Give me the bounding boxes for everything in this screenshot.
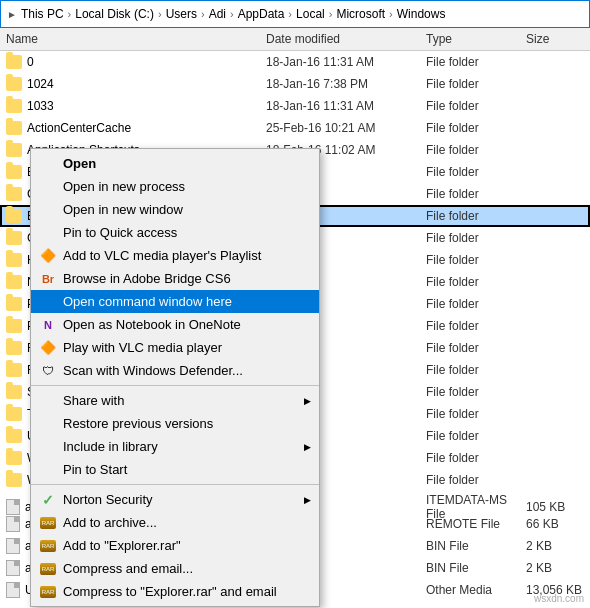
- watermark: wsxdn.com: [534, 593, 584, 604]
- menu-item-label: Restore previous versions: [63, 416, 213, 431]
- file-icon: [6, 499, 20, 515]
- path-local[interactable]: Local: [296, 7, 325, 21]
- file-type-cell: File folder: [426, 407, 526, 421]
- menu-item[interactable]: RARCompress to "Explorer.rar" and email: [31, 580, 319, 603]
- menu-item-label: Browse in Adobe Bridge CS6: [63, 271, 231, 286]
- menu-item[interactable]: Include in library: [31, 435, 319, 458]
- menu-item-label: Compress to "Explorer.rar" and email: [63, 584, 277, 599]
- folder-icon: [6, 143, 22, 157]
- menu-item[interactable]: Restore previous versions: [31, 412, 319, 435]
- menu-item[interactable]: Open in new process: [31, 175, 319, 198]
- file-name-cell: 0: [6, 55, 266, 69]
- path-thispc[interactable]: This PC: [21, 7, 64, 21]
- defender-icon: 🛡: [39, 362, 57, 380]
- col-size[interactable]: Size: [526, 32, 590, 46]
- menu-item-label: Open in new process: [63, 179, 185, 194]
- menu-item[interactable]: Pin to Start: [31, 458, 319, 481]
- vlc2-icon: 🔶: [39, 339, 57, 357]
- menu-divider: [31, 385, 319, 386]
- menu-item[interactable]: 🔶Play with VLC media player: [31, 336, 319, 359]
- path-microsoft[interactable]: Microsoft: [336, 7, 385, 21]
- folder-icon: [6, 429, 22, 443]
- vlc-icon: 🔶: [39, 247, 57, 265]
- folder-icon: [6, 165, 22, 179]
- file-type-cell: REMOTE File: [426, 517, 526, 531]
- file-type-cell: File folder: [426, 165, 526, 179]
- menu-item[interactable]: RARCompress and email...: [31, 557, 319, 580]
- file-type-cell: File folder: [426, 77, 526, 91]
- path-appdata[interactable]: AppData: [238, 7, 285, 21]
- file-name-cell: 1033: [6, 99, 266, 113]
- file-size-cell: 66 KB: [526, 517, 590, 531]
- col-name[interactable]: Name: [6, 32, 266, 46]
- path-localdisk[interactable]: Local Disk (C:): [75, 7, 154, 21]
- menu-item[interactable]: Open command window here: [31, 290, 319, 313]
- col-date[interactable]: Date modified: [266, 32, 426, 46]
- menu-item-label: Play with VLC media player: [63, 340, 222, 355]
- path-windows[interactable]: Windows: [397, 7, 446, 21]
- menu-item-label: Add to archive...: [63, 515, 157, 530]
- col-type[interactable]: Type: [426, 32, 526, 46]
- folder-icon: [6, 341, 22, 355]
- file-name-cell: ActionCenterCache: [6, 121, 266, 135]
- menu-item-label: Open: [63, 156, 96, 171]
- file-date-cell: 18-Jan-16 11:31 AM: [266, 99, 426, 113]
- menu-item-label: Norton Security: [63, 492, 153, 507]
- menu-item-label: Include in library: [63, 439, 158, 454]
- file-type-cell: File folder: [426, 99, 526, 113]
- menu-item[interactable]: BrBrowse in Adobe Bridge CS6: [31, 267, 319, 290]
- bridge-icon: Br: [39, 270, 57, 288]
- menu-item[interactable]: Open: [31, 152, 319, 175]
- menu-item[interactable]: Pin to Quick access: [31, 221, 319, 244]
- table-row[interactable]: ActionCenterCache25-Feb-16 10:21 AMFile …: [0, 117, 590, 139]
- file-name-text: 1024: [27, 77, 54, 91]
- menu-item-label: Open as Notebook in OneNote: [63, 317, 241, 332]
- menu-item[interactable]: NOpen as Notebook in OneNote: [31, 313, 319, 336]
- menu-item[interactable]: ✓Norton Security: [31, 488, 319, 511]
- menu-item-label: Open in new window: [63, 202, 183, 217]
- rar4-icon: RAR: [39, 583, 57, 601]
- menu-item[interactable]: 🛡Scan with Windows Defender...: [31, 359, 319, 382]
- rar2-icon: RAR: [39, 537, 57, 555]
- menu-item-label: Share with: [63, 393, 124, 408]
- path-users[interactable]: Users: [166, 7, 197, 21]
- file-type-cell: File folder: [426, 55, 526, 69]
- file-date-cell: 18-Jan-16 7:38 PM: [266, 77, 426, 91]
- folder-icon: [6, 275, 22, 289]
- address-bar[interactable]: ► This PC › Local Disk (C:) › Users › Ad…: [0, 0, 590, 28]
- file-type-cell: File folder: [426, 231, 526, 245]
- table-row[interactable]: 103318-Jan-16 11:31 AMFile folder: [0, 95, 590, 117]
- menu-item[interactable]: RARAdd to archive...: [31, 511, 319, 534]
- folder-icon: [6, 253, 22, 267]
- file-type-cell: BIN File: [426, 561, 526, 575]
- menu-item[interactable]: Share with: [31, 389, 319, 412]
- file-type-cell: File folder: [426, 187, 526, 201]
- folder-icon: [6, 99, 22, 113]
- file-name-text: 1033: [27, 99, 54, 113]
- menu-item-label: Compress and email...: [63, 561, 193, 576]
- folder-icon: [6, 187, 22, 201]
- folder-icon: [6, 121, 22, 135]
- file-type-cell: File folder: [426, 451, 526, 465]
- folder-icon: [6, 209, 22, 223]
- menu-item[interactable]: Open in new window: [31, 198, 319, 221]
- file-size-cell: 105 KB: [526, 500, 590, 514]
- folder-icon: [6, 363, 22, 377]
- file-name-text: ActionCenterCache: [27, 121, 131, 135]
- back-arrow-icon: ►: [7, 9, 17, 20]
- file-name-cell: 1024: [6, 77, 266, 91]
- menu-item-label: Add to VLC media player's Playlist: [63, 248, 261, 263]
- file-type-cell: File folder: [426, 429, 526, 443]
- path-adi[interactable]: Adi: [209, 7, 226, 21]
- file-name-text: 0: [27, 55, 34, 69]
- table-row[interactable]: 018-Jan-16 11:31 AMFile folder: [0, 51, 590, 73]
- file-type-cell: File folder: [426, 143, 526, 157]
- menu-item-label: Add to "Explorer.rar": [63, 538, 181, 553]
- menu-item[interactable]: 🔶Add to VLC media player's Playlist: [31, 244, 319, 267]
- table-row[interactable]: 102418-Jan-16 7:38 PMFile folder: [0, 73, 590, 95]
- menu-item[interactable]: RARAdd to "Explorer.rar": [31, 534, 319, 557]
- norton-icon: ✓: [39, 491, 57, 509]
- file-icon: [6, 516, 20, 532]
- menu-item-label: Pin to Quick access: [63, 225, 177, 240]
- file-icon: [6, 582, 20, 598]
